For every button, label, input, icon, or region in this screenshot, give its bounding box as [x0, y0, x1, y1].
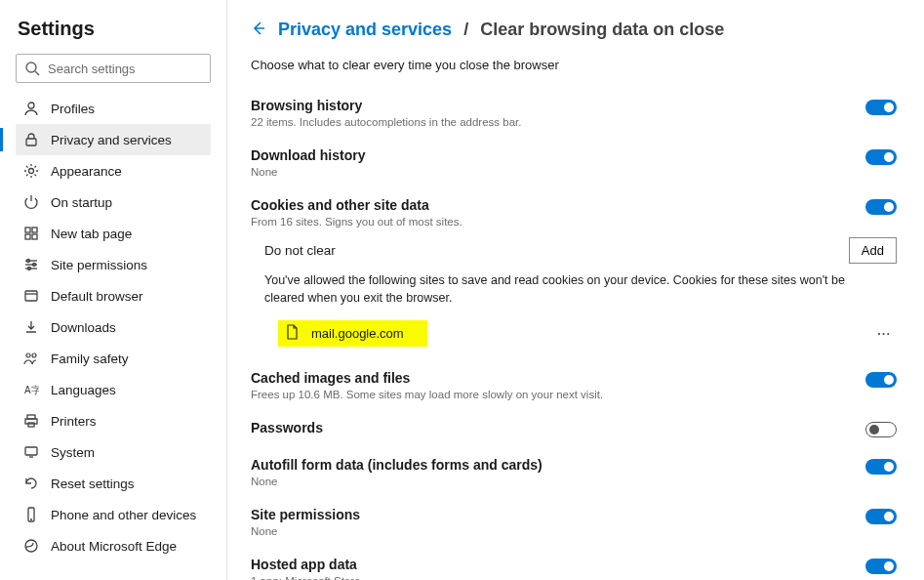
sidebar-item-label: About Microsoft Edge — [51, 539, 177, 554]
page-title: Settings — [18, 18, 211, 40]
sidebar-item-label: On startup — [51, 195, 112, 210]
breadcrumb-current: Clear browsing data on close — [480, 20, 724, 40]
sidebar-item-label: Site permissions — [51, 258, 147, 272]
sidebar-item-about[interactable]: About Microsoft Edge — [16, 530, 211, 561]
file-icon — [284, 324, 300, 343]
section-title: Hosted app data — [251, 557, 364, 572]
toggle-download-history[interactable] — [865, 149, 897, 165]
toggle-cache[interactable] — [865, 372, 897, 388]
search-input[interactable] — [16, 54, 211, 83]
sidebar-nav: Profiles Privacy and services Appearance… — [16, 93, 211, 561]
section-site-permissions: Site permissions None — [251, 501, 897, 551]
toggle-site-permissions[interactable] — [865, 509, 897, 524]
section-title: Passwords — [251, 420, 323, 435]
lock-icon — [23, 132, 39, 147]
section-desc: None — [251, 166, 365, 178]
section-cookies: Cookies and other site data From 16 site… — [251, 191, 897, 364]
sidebar-item-label: Downloads — [51, 320, 116, 335]
sidebar-item-label: Profiles — [51, 102, 95, 116]
sidebar-item-privacy[interactable]: Privacy and services — [16, 124, 211, 155]
sidebar-item-label: Printers — [51, 414, 97, 429]
sidebar-item-label: Phone and other devices — [51, 508, 196, 522]
svg-rect-7 — [25, 234, 30, 239]
sidebar-item-label: Default browser — [51, 289, 143, 304]
site-name: mail.google.com — [311, 326, 404, 341]
site-row: mail.google.com ··· — [278, 320, 897, 347]
sidebar-item-startup[interactable]: On startup — [16, 186, 211, 218]
sidebar-item-label: System — [51, 445, 95, 460]
svg-rect-22 — [28, 423, 34, 427]
sidebar-item-label: Family safety — [51, 352, 129, 366]
section-cache: Cached images and files Frees up 10.6 MB… — [251, 364, 897, 414]
svg-text:A字: A字 — [24, 385, 39, 395]
sidebar-item-appearance[interactable]: Appearance — [16, 155, 211, 186]
gear-icon — [23, 163, 39, 179]
sidebar-item-sitepermissions[interactable]: Site permissions — [16, 249, 211, 280]
svg-rect-3 — [26, 139, 36, 145]
people-icon — [23, 351, 39, 366]
sidebar-item-phone[interactable]: Phone and other devices — [16, 499, 211, 530]
sidebar-item-downloads[interactable]: Downloads — [16, 311, 211, 343]
svg-rect-23 — [25, 447, 37, 455]
sidebar-item-label: Privacy and services — [51, 133, 172, 147]
section-browsing-history: Browsing history 22 items. Includes auto… — [251, 92, 897, 142]
breadcrumb-link[interactable]: Privacy and services — [278, 20, 452, 40]
download-icon — [23, 319, 39, 335]
sidebar-item-reset[interactable]: Reset settings — [16, 468, 211, 499]
add-button[interactable]: Add — [849, 237, 897, 264]
phone-icon — [23, 507, 39, 522]
settings-sidebar: Settings Profiles Privacy and services A… — [0, 0, 227, 580]
svg-rect-6 — [32, 228, 37, 232]
svg-rect-5 — [25, 228, 30, 232]
section-title: Cookies and other site data — [251, 197, 462, 213]
do-not-clear-title: Do not clear — [264, 243, 336, 258]
do-not-clear-desc: You've allowed the following sites to sa… — [264, 271, 869, 307]
printer-icon — [23, 413, 39, 429]
main-content: Privacy and services / Clear browsing da… — [227, 0, 924, 580]
sidebar-item-family[interactable]: Family safety — [16, 343, 211, 374]
sidebar-item-label: Languages — [51, 383, 116, 397]
more-options-button[interactable]: ··· — [871, 320, 897, 347]
sidebar-item-profiles[interactable]: Profiles — [16, 93, 211, 124]
user-icon — [23, 101, 39, 116]
section-desc: None — [251, 525, 360, 537]
toggle-autofill[interactable] — [865, 459, 897, 475]
sidebar-item-defaultbrowser[interactable]: Default browser — [16, 280, 211, 311]
section-title: Browsing history — [251, 98, 521, 113]
sidebar-item-label: New tab page — [51, 227, 132, 241]
intro-text: Choose what to clear every time you clos… — [251, 58, 897, 72]
toggle-passwords[interactable] — [865, 422, 897, 437]
section-desc: 1 app: Microsoft Store. — [251, 575, 364, 580]
sidebar-item-printers[interactable]: Printers — [16, 405, 211, 436]
svg-rect-15 — [25, 291, 37, 301]
section-desc: From 16 sites. Signs you out of most sit… — [251, 216, 462, 228]
toggle-cookies[interactable] — [865, 199, 897, 215]
toggle-browsing-history[interactable] — [865, 100, 897, 115]
svg-point-18 — [32, 353, 36, 357]
section-desc: None — [251, 476, 542, 487]
section-autofill: Autofill form data (includes forms and c… — [251, 451, 897, 501]
section-desc: 22 items. Includes autocompletions in th… — [251, 116, 521, 128]
svg-point-4 — [29, 169, 34, 174]
search-wrap — [16, 54, 211, 83]
back-button[interactable] — [251, 21, 266, 39]
section-title: Autofill form data (includes forms and c… — [251, 457, 542, 473]
sidebar-item-label: Reset settings — [51, 476, 135, 491]
breadcrumb-separator: / — [463, 20, 468, 40]
breadcrumb: Privacy and services / Clear browsing da… — [251, 20, 897, 40]
svg-line-1 — [35, 71, 39, 75]
svg-rect-8 — [32, 234, 37, 239]
svg-point-2 — [28, 103, 34, 108]
toggle-hosted-app[interactable] — [865, 559, 897, 574]
sidebar-item-newtab[interactable]: New tab page — [16, 218, 211, 249]
sidebar-item-languages[interactable]: A字 Languages — [16, 374, 211, 405]
svg-point-0 — [26, 62, 36, 72]
site-entry[interactable]: mail.google.com — [278, 320, 427, 347]
section-title: Site permissions — [251, 507, 360, 522]
section-desc: Frees up 10.6 MB. Some sites may load mo… — [251, 389, 603, 400]
section-title: Cached images and files — [251, 370, 603, 386]
sidebar-item-system[interactable]: System — [16, 436, 211, 468]
sidebar-item-label: Appearance — [51, 164, 122, 179]
language-icon: A字 — [23, 382, 39, 397]
search-icon — [24, 61, 40, 79]
